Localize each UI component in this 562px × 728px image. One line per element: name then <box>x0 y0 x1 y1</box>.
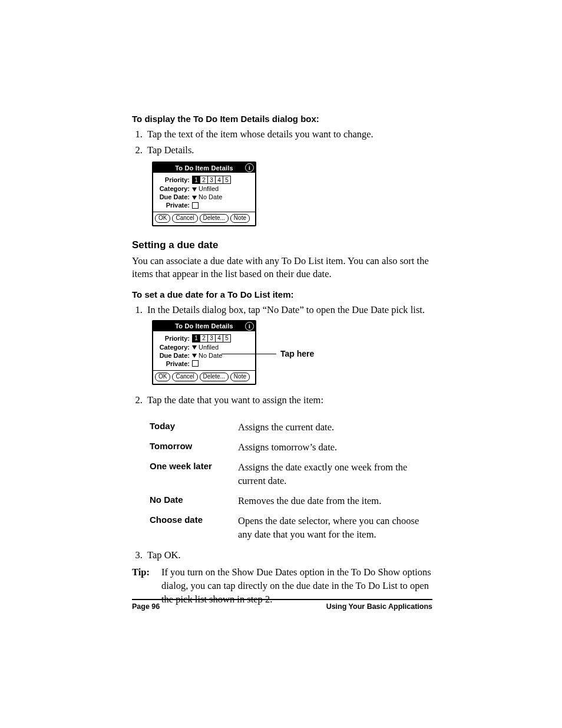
dropdown-icon <box>192 187 197 192</box>
dialog-body: Priority: 1 2 3 4 5 Category: Unfiled <box>153 331 255 370</box>
private-row: Private: <box>156 360 253 368</box>
note-button[interactable]: Note <box>230 373 250 381</box>
private-row: Private: <box>156 201 253 209</box>
category-value: Unfiled <box>199 185 219 192</box>
dialog-title: To Do Item Details <box>175 322 233 330</box>
dialog-figure-1: To Do Item Details i Priority: 1 2 3 4 5 <box>152 162 329 226</box>
private-checkbox[interactable] <box>192 360 199 367</box>
priority-label: Priority: <box>156 335 192 342</box>
section-intro: You can associate a due date with any To… <box>132 255 432 281</box>
procedure-heading-1: To display the To Do Item Details dialog… <box>132 114 432 124</box>
step-item: Tap the date that you want to assign the… <box>145 393 432 407</box>
category-row: Category: Unfiled <box>156 343 253 351</box>
priority-option[interactable]: 2 <box>200 176 208 183</box>
delete-button[interactable]: Delete... <box>200 214 229 223</box>
due-date-value: No Date <box>199 193 222 200</box>
option-term: Choose date <box>150 511 238 545</box>
due-date-row: Due Date: No Date <box>156 193 253 201</box>
table-row: Choose date Opens the date selector, whe… <box>150 511 427 545</box>
due-date-label: Due Date: <box>156 352 192 359</box>
option-desc: Removes the due date from the item. <box>238 491 427 511</box>
dialog-body: Priority: 1 2 3 4 5 Category: Unfiled <box>153 173 255 212</box>
table-row: Tomorrow Assigns tomorrow’s date. <box>150 437 427 457</box>
callout-leader-line <box>222 354 276 354</box>
step-item: Tap the text of the item whose details y… <box>145 127 432 141</box>
priority-option[interactable]: 2 <box>200 335 208 342</box>
option-term: Tomorrow <box>150 437 238 457</box>
due-date-dropdown[interactable]: No Date <box>192 352 222 359</box>
dialog-titlebar: To Do Item Details i <box>153 321 255 331</box>
private-label: Private: <box>156 360 192 367</box>
priority-option[interactable]: 4 <box>216 176 223 183</box>
option-desc: Assigns the date exactly one week from t… <box>238 457 427 491</box>
step-item: In the Details dialog box, tap “No Date”… <box>145 303 432 317</box>
step-item: Tap OK. <box>145 548 432 562</box>
category-label: Category: <box>156 185 192 192</box>
todo-details-dialog: To Do Item Details i Priority: 1 2 3 4 5 <box>152 162 256 226</box>
step-item: Tap Details. <box>145 143 432 157</box>
category-value: Unfiled <box>199 344 219 351</box>
priority-label: Priority: <box>156 176 192 183</box>
dropdown-icon <box>192 196 197 200</box>
table-row: Today Assigns the current date. <box>150 417 427 437</box>
option-desc: Opens the date selector, where you can c… <box>238 511 427 545</box>
priority-selector[interactable]: 1 2 3 4 5 <box>192 176 231 184</box>
priority-selector[interactable]: 1 2 3 4 5 <box>192 334 231 342</box>
due-date-row: Due Date: No Date <box>156 351 253 360</box>
ok-button[interactable]: OK <box>155 214 170 223</box>
dropdown-icon <box>192 354 197 358</box>
dialog-title: To Do Item Details <box>175 164 233 172</box>
category-label: Category: <box>156 344 192 351</box>
cancel-button[interactable]: Cancel <box>172 373 197 381</box>
option-term: One week later <box>150 457 238 491</box>
priority-option[interactable]: 1 <box>193 176 200 183</box>
info-icon[interactable]: i <box>245 163 254 172</box>
private-label: Private: <box>156 202 192 209</box>
priority-option[interactable]: 1 <box>193 335 200 342</box>
document-page: To display the To Do Item Details dialog… <box>0 0 562 728</box>
dialog-buttons: OK Cancel Delete... Note <box>153 370 255 384</box>
due-date-value: No Date <box>199 352 222 359</box>
dialog-figure-2: To Do Item Details i Priority: 1 2 3 4 5 <box>152 320 329 385</box>
steps-list-2: In the Details dialog box, tap “No Date”… <box>132 303 432 317</box>
ok-button[interactable]: OK <box>155 373 170 381</box>
option-term: Today <box>150 417 238 437</box>
steps-list-2-cont: Tap the date that you want to assign the… <box>132 393 432 407</box>
todo-details-dialog: To Do Item Details i Priority: 1 2 3 4 5 <box>152 320 256 385</box>
dropdown-icon <box>192 345 197 350</box>
category-row: Category: Unfiled <box>156 185 253 193</box>
cancel-button[interactable]: Cancel <box>172 214 197 223</box>
page-footer: Page 96 Using Your Basic Applications <box>132 599 432 611</box>
priority-row: Priority: 1 2 3 4 5 <box>156 334 253 343</box>
category-dropdown[interactable]: Unfiled <box>192 344 219 351</box>
priority-option[interactable]: 5 <box>223 176 230 183</box>
procedure-heading-2: To set a due date for a To Do List item: <box>132 289 432 299</box>
steps-list-1: Tap the text of the item whose details y… <box>132 127 432 157</box>
section-heading: Setting a due date <box>132 239 432 251</box>
date-options-table: Today Assigns the current date. Tomorrow… <box>150 417 427 545</box>
note-button[interactable]: Note <box>230 214 250 223</box>
private-checkbox[interactable] <box>192 202 199 209</box>
footer-page-number: Page 96 <box>132 602 160 611</box>
option-desc: Assigns the current date. <box>238 417 427 437</box>
content-area: To display the To Do Item Details dialog… <box>132 114 432 606</box>
dialog-titlebar: To Do Item Details i <box>153 163 255 173</box>
option-desc: Assigns tomorrow’s date. <box>238 437 427 457</box>
category-dropdown[interactable]: Unfiled <box>192 185 219 192</box>
footer-chapter-title: Using Your Basic Applications <box>326 602 432 611</box>
due-date-label: Due Date: <box>156 193 192 200</box>
priority-option[interactable]: 3 <box>208 176 216 183</box>
priority-option[interactable]: 5 <box>223 335 230 342</box>
option-term: No Date <box>150 491 238 511</box>
steps-list-2-cont2: Tap OK. <box>132 548 432 562</box>
delete-button[interactable]: Delete... <box>200 373 229 381</box>
callout-label: Tap here <box>280 349 314 358</box>
table-row: No Date Removes the due date from the it… <box>150 491 427 511</box>
info-icon[interactable]: i <box>245 322 254 331</box>
table-row: One week later Assigns the date exactly … <box>150 457 427 491</box>
priority-row: Priority: 1 2 3 4 5 <box>156 175 253 185</box>
due-date-dropdown[interactable]: No Date <box>192 193 222 200</box>
priority-option[interactable]: 3 <box>208 335 216 342</box>
priority-option[interactable]: 4 <box>216 335 223 342</box>
dialog-buttons: OK Cancel Delete... Note <box>153 212 255 225</box>
